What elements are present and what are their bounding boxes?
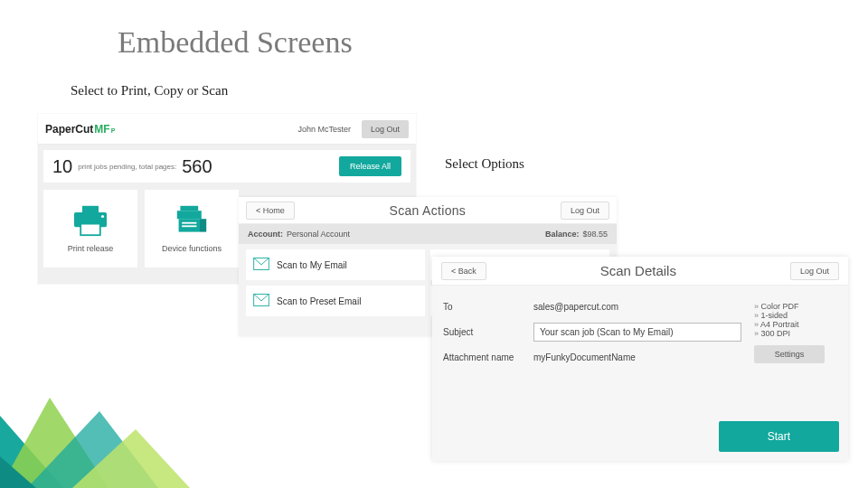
scan-to-preset-email[interactable]: Scan to Preset Email [246, 286, 425, 316]
screen-title: Scan Details [486, 263, 790, 278]
footer: Start [719, 421, 839, 452]
item-label: Scan to My Email [277, 260, 347, 270]
account-bar: Account: Personal Account Balance: $98.5… [239, 224, 617, 244]
tile-label: Device functions [162, 244, 222, 253]
slide-title: Embedded Screens [118, 25, 353, 60]
attachment-value: myFunkyDocumentName [533, 352, 636, 362]
to-value: sales@papercut.com [533, 302, 618, 312]
option-item: 1-sided [754, 311, 837, 320]
svg-point-3 [101, 215, 104, 218]
total-pages: 560 [182, 156, 212, 177]
svg-rect-0 [82, 206, 99, 212]
brand-part2: MF [94, 123, 109, 136]
item-label: Scan to Preset Email [277, 296, 361, 306]
status-bar: 10 print jobs pending, total pages: 560 … [43, 150, 410, 183]
tile-device-functions[interactable]: Device functions [145, 190, 239, 267]
printer-icon [71, 204, 110, 239]
option-item: 300 DPI [754, 329, 837, 338]
home-button[interactable]: < Home [246, 202, 295, 220]
option-item: Color PDF [754, 302, 837, 311]
start-button[interactable]: Start [719, 421, 839, 452]
account-label: Account: [248, 230, 283, 239]
user-name: John McTester [297, 125, 351, 134]
caption-select-options: Select Options [445, 156, 524, 172]
pending-count: 10 [52, 156, 72, 177]
balance-value: $98.55 [582, 230, 608, 239]
svg-rect-5 [177, 211, 202, 219]
logout-button[interactable]: Log Out [790, 262, 839, 280]
screen-scan-details: < Back Scan Details Log Out To sales@pap… [432, 257, 848, 461]
topbar: PaperCutMFP John McTester Log Out [38, 114, 416, 145]
back-button[interactable]: < Back [441, 262, 486, 280]
attachment-label: Attachment name [443, 352, 526, 362]
svg-rect-9 [182, 225, 196, 227]
subject-label: Subject [443, 327, 526, 337]
account-value: Personal Account [287, 230, 350, 239]
envelope-icon [253, 258, 269, 272]
option-item: A4 Portrait [754, 320, 837, 329]
svg-rect-8 [182, 222, 196, 224]
decorative-triangles [0, 371, 199, 488]
scan-form: To sales@papercut.com Subject Attachment… [443, 302, 741, 373]
svg-rect-2 [80, 224, 100, 236]
brand-sup: P [111, 127, 116, 134]
envelope-icon [253, 294, 269, 308]
copier-icon [172, 204, 212, 239]
svg-rect-7 [200, 219, 206, 231]
topbar: < Back Scan Details Log Out [432, 257, 848, 286]
topbar: < Home Scan Actions Log Out [239, 197, 617, 224]
svg-rect-4 [180, 206, 198, 211]
logout-button[interactable]: Log Out [362, 120, 409, 138]
brand-logo: PaperCutMFP [45, 123, 115, 136]
caption-select-action: Select to Print, Copy or Scan [71, 83, 228, 99]
to-label: To [443, 302, 526, 312]
tile-label: Print release [68, 244, 114, 253]
brand-part1: PaperCut [45, 123, 93, 136]
release-all-button[interactable]: Release All [339, 156, 401, 176]
pending-label: print jobs pending, total pages: [78, 163, 176, 171]
settings-button[interactable]: Settings [754, 345, 825, 363]
scan-to-my-email[interactable]: Scan to My Email [246, 249, 425, 280]
options-panel: Color PDF 1-sided A4 Portrait 300 DPI Se… [754, 302, 837, 373]
tile-print-release[interactable]: Print release [43, 190, 137, 267]
screen-title: Scan Actions [295, 203, 561, 218]
logout-button[interactable]: Log Out [561, 202, 609, 220]
subject-input[interactable] [533, 323, 741, 342]
svg-rect-6 [179, 219, 200, 231]
balance-label: Balance: [545, 230, 580, 239]
